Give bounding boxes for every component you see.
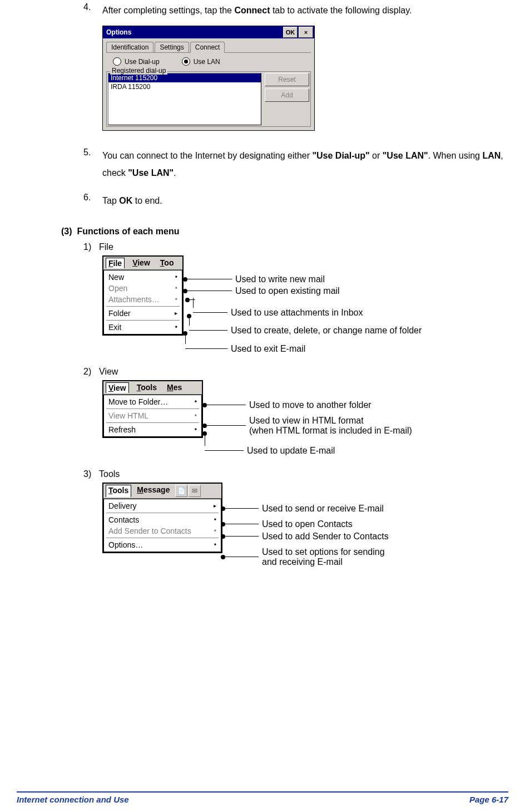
list-item[interactable]: IRDA 115200 — [108, 82, 261, 91]
step-text: You can connect to the Internet by desig… — [102, 147, 508, 181]
footer-left: Internet connection and Use — [17, 795, 129, 804]
menubar-tools[interactable]: Tools — [135, 382, 159, 393]
subhead-tools: 3)Tools — [83, 469, 508, 479]
menu-options[interactable]: Options…• — [104, 539, 221, 550]
annotation: Used to view in HTML format(when HTML fo… — [249, 416, 412, 436]
menubar-file[interactable]: File — [106, 258, 125, 268]
annotation: Used to set options for sendingand recei… — [262, 547, 385, 567]
add-button[interactable]: Add — [265, 88, 309, 102]
annotation: Used to move to another folder — [249, 400, 372, 410]
reset-button[interactable]: Reset — [265, 73, 309, 86]
menubar-view[interactable]: View — [106, 382, 129, 393]
section-heading: (3) Functions of each menu — [61, 227, 508, 237]
annotation: Used to add Sender to Contacts — [262, 532, 389, 542]
fieldset-legend: Registered dial-up — [110, 67, 167, 75]
annotation: Used to open existing mail — [235, 286, 340, 296]
step-number: 4. — [83, 2, 102, 19]
toolbar-icon[interactable]: ✉ — [189, 485, 201, 497]
menubar-view[interactable]: View — [130, 258, 152, 268]
menu-contacts[interactable]: Contacts• — [104, 514, 221, 525]
step-number: 6. — [83, 193, 102, 209]
view-menu-screenshot: View Tools Mes Move to Folder…• View HTM… — [102, 380, 203, 438]
annotation: Used to open Contacts — [262, 519, 353, 529]
step-text: After completing settings, tap the Conne… — [102, 2, 508, 19]
tab-identification[interactable]: Identification — [106, 42, 153, 52]
annotation: Used to write new mail — [235, 274, 325, 284]
tab-connect[interactable]: Connect — [190, 42, 225, 53]
annotation: Used to exit E-mail — [231, 344, 305, 354]
list-item[interactable]: Internet 115200 — [108, 73, 261, 82]
menubar-tools[interactable]: Tools — [106, 485, 131, 497]
toolbar-icon[interactable]: 📄 — [175, 485, 187, 497]
step-number: 5. — [83, 147, 102, 181]
menu-open[interactable]: Open• — [104, 283, 182, 294]
dialog-title: Options — [106, 28, 282, 36]
close-button[interactable]: × — [299, 27, 313, 38]
menubar-message[interactable]: Mes — [165, 382, 184, 393]
tab-settings[interactable]: Settings — [155, 42, 189, 52]
subhead-view: 2)View — [83, 367, 508, 377]
menu-exit[interactable]: Exit• — [104, 322, 182, 333]
titlebar: Options OK × — [103, 26, 314, 38]
dialup-list[interactable]: Internet 115200 IRDA 115200 — [108, 73, 261, 125]
menubar-tools[interactable]: Too — [158, 258, 176, 268]
menu-add-sender[interactable]: Add Sender to Contacts• — [104, 525, 221, 537]
radio-lan[interactable]: Use LAN — [182, 57, 220, 66]
radio-dialup[interactable]: Use Dial-up — [113, 57, 160, 66]
menu-folder[interactable]: Folder▸ — [104, 308, 182, 319]
menu-view-html[interactable]: View HTML• — [104, 410, 201, 421]
annotation: Used to send or receive E-mail — [262, 504, 384, 514]
subhead-file: 1)File — [83, 242, 508, 252]
options-dialog: Options OK × Identification Settings Con… — [102, 26, 315, 131]
step-text: Tap OK to end. — [102, 193, 508, 209]
file-menu-screenshot: File View Too New• Open• Attachments…• F… — [102, 255, 184, 336]
tabs: Identification Settings Connect — [106, 42, 311, 53]
annotation: Used to use attachments in Inbox — [231, 308, 363, 318]
menubar-message[interactable]: Message — [135, 485, 172, 497]
annotation: Used to update E-mail — [247, 446, 335, 456]
menu-move-folder[interactable]: Move to Folder…• — [104, 396, 201, 407]
annotation: Used to create, delete, or change name o… — [231, 326, 422, 336]
tools-menu-screenshot: Tools Message 📄 ✉ Delivery▸ Contacts• Ad… — [102, 483, 222, 553]
menu-attachments[interactable]: Attachments…• — [104, 294, 182, 305]
menu-refresh[interactable]: Refresh• — [104, 424, 201, 435]
ok-button[interactable]: OK — [283, 27, 298, 38]
page-footer: Internet connection and Use Page 6-17 — [17, 791, 508, 804]
footer-page: Page 6-17 — [469, 795, 508, 804]
menu-delivery[interactable]: Delivery▸ — [104, 500, 221, 511]
menu-new[interactable]: New• — [104, 272, 182, 283]
